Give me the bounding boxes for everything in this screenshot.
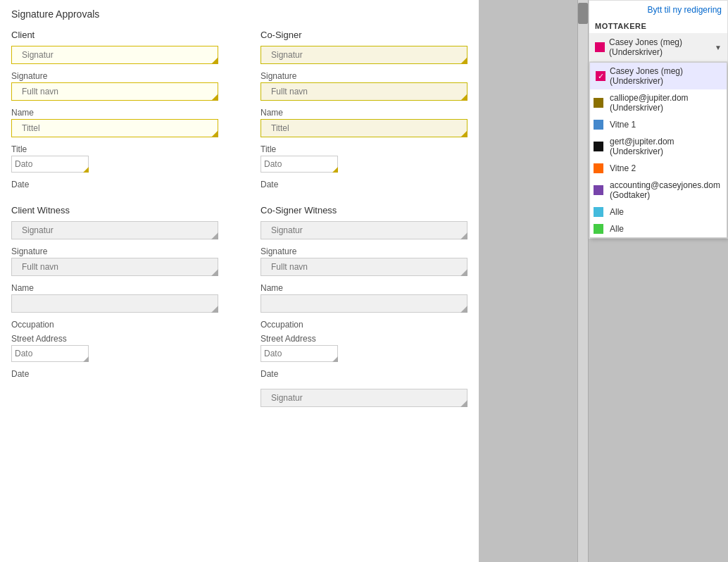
switch-editor-link[interactable]: Bytt til ny redigering xyxy=(589,1,727,19)
cosigner-witness-extra-signature-group: * xyxy=(261,389,467,407)
main-form: Signature Approvals Client * Signature * xyxy=(0,0,479,562)
check-icon xyxy=(596,163,605,173)
check-icon xyxy=(596,207,605,217)
client-witness-name-wrapper: * xyxy=(11,258,218,276)
dropdown-list: ✓Casey Jones (meg) (Underskriver)calliop… xyxy=(589,62,727,238)
client-witness-signature-wrapper: * xyxy=(11,221,218,239)
scrollbar-thumb[interactable] xyxy=(578,3,588,24)
cosigner-title-input[interactable] xyxy=(261,119,467,137)
client-witness-name-corner xyxy=(211,269,218,276)
cosigner-title-group xyxy=(261,119,467,137)
cosigner-witness-name-group: * xyxy=(261,258,467,276)
cosigner-witness-name-wrapper: * xyxy=(261,258,467,276)
dropdown-item[interactable]: gert@jupiter.dom (Underskriver) xyxy=(590,133,727,160)
cosigner-witness-signature-label: Signature xyxy=(261,246,467,256)
dropdown-item[interactable]: Alle xyxy=(590,220,727,237)
dropdown-item-text: calliope@jupiter.dom (Underskriver) xyxy=(610,93,721,113)
check-icon xyxy=(596,224,605,234)
scrollbar[interactable] xyxy=(577,0,589,562)
cosigner-title-label: Title xyxy=(261,144,467,154)
right-panel: Bytt til ny redigering MOTTAKERE Casey J… xyxy=(589,0,728,239)
cosigner-name-wrapper xyxy=(261,82,467,101)
client-signature-wrapper: * xyxy=(11,46,218,64)
client-title-input[interactable] xyxy=(11,119,218,137)
cosigner-name-label: Name xyxy=(261,108,467,118)
cosigner-witness-occupation-input[interactable] xyxy=(261,294,467,313)
selected-recipient-color xyxy=(595,42,605,52)
top-sections: Client * Signature * Name xyxy=(11,30,467,191)
cosigner-date-group xyxy=(261,156,467,173)
cosigner-witness-occupation-label: Occupation xyxy=(261,320,467,330)
client-title-label: Title xyxy=(11,144,218,154)
dropdown-item-text: Alle xyxy=(610,207,624,217)
client-label: Client xyxy=(11,30,218,40)
color-swatch xyxy=(594,120,603,130)
client-name-input[interactable] xyxy=(11,82,218,101)
cosigner-title-corner xyxy=(460,130,467,137)
client-witness-occupation-corner xyxy=(211,306,218,313)
client-date-corner xyxy=(83,167,89,173)
cosigner-witness-signature-group: * xyxy=(261,221,467,239)
check-icon xyxy=(596,142,605,151)
selected-recipient[interactable]: Casey Jones (meg) (Underskriver) ▼ xyxy=(589,33,727,62)
client-title-corner xyxy=(211,130,218,137)
client-witness-date-input[interactable] xyxy=(11,345,89,362)
cosigner-witness-street-label: Street Address xyxy=(261,334,467,344)
client-date-label: Date xyxy=(11,180,218,189)
client-section: Client * Signature * Name xyxy=(11,30,218,191)
cosigner-section: Co-Signer Signature Name xyxy=(261,30,467,191)
dropdown-item[interactable]: ✓Casey Jones (meg) (Underskriver) xyxy=(590,63,727,89)
client-witness-occupation-group xyxy=(11,294,218,313)
check-icon: ✓ xyxy=(596,71,605,81)
cosigner-witness-name-input[interactable] xyxy=(261,258,467,276)
client-name-wrapper: * xyxy=(11,82,218,101)
cosigner-date-input[interactable] xyxy=(261,156,338,173)
cosigner-witness-date-input[interactable] xyxy=(261,345,338,362)
client-witness-date-label: Date xyxy=(11,369,218,379)
cosigner-witness-signature-wrapper: * xyxy=(261,221,467,239)
cosigner-witness-signature-input[interactable] xyxy=(261,221,467,239)
check-icon xyxy=(596,185,605,195)
client-witness-name-group: * xyxy=(11,258,218,276)
client-title-wrapper: * xyxy=(11,119,218,137)
client-name-corner xyxy=(211,94,218,101)
client-signature-label: Signature xyxy=(11,71,218,81)
cosigner-name-input[interactable] xyxy=(261,82,467,101)
cosigner-signature-group xyxy=(261,46,467,64)
client-witness-signature-corner xyxy=(211,232,218,239)
cosigner-signature-input[interactable] xyxy=(261,46,467,64)
client-witness-date-wrapper xyxy=(11,345,89,362)
color-swatch xyxy=(594,185,603,195)
cosigner-witness-extra-signature-wrapper: * xyxy=(261,389,467,407)
dropdown-item[interactable]: Alle xyxy=(590,204,727,220)
cosigner-witness-occupation-wrapper xyxy=(261,294,467,313)
cosigner-title-wrapper xyxy=(261,119,467,137)
cosigner-date-wrapper xyxy=(261,156,338,173)
client-signature-corner xyxy=(211,57,218,64)
client-witness-occupation-label: Occupation xyxy=(11,320,218,330)
cosigner-witness-extra-signature-input[interactable] xyxy=(261,389,467,407)
mottakere-section: MOTTAKERE Casey Jones (meg) (Underskrive… xyxy=(589,19,727,238)
client-signature-input[interactable] xyxy=(11,46,218,64)
cosigner-signature-wrapper xyxy=(261,46,467,64)
dropdown-item-text: Alle xyxy=(610,224,624,234)
dropdown-item-text: Casey Jones (meg) (Underskriver) xyxy=(610,66,721,86)
cosigner-witness-date-group xyxy=(261,345,467,362)
client-witness-signature-input[interactable] xyxy=(11,221,218,239)
dropdown-item[interactable]: Vitne 2 xyxy=(590,160,727,177)
client-witness-name-input[interactable] xyxy=(11,258,218,276)
cosigner-signature-corner xyxy=(460,57,467,64)
color-swatch xyxy=(594,98,603,108)
color-swatch xyxy=(594,142,603,151)
client-title-group: * xyxy=(11,119,218,137)
client-name-label: Name xyxy=(11,108,218,118)
dropdown-item[interactable]: accounting@caseyjones.dom (Godtaker) xyxy=(590,177,727,204)
dropdown-item[interactable]: calliope@jupiter.dom (Underskriver) xyxy=(590,89,727,116)
client-witness-occupation-input[interactable] xyxy=(11,294,218,313)
client-date-input[interactable] xyxy=(11,156,89,173)
client-witness-signature-label: Signature xyxy=(11,246,218,256)
dropdown-item-text: Vitne 1 xyxy=(610,120,636,130)
selected-recipient-text: Casey Jones (meg) (Underskriver) xyxy=(609,37,712,57)
client-witness-section: Client Witness * Signature * Name xyxy=(11,205,218,414)
dropdown-item[interactable]: Vitne 1 xyxy=(590,116,727,133)
